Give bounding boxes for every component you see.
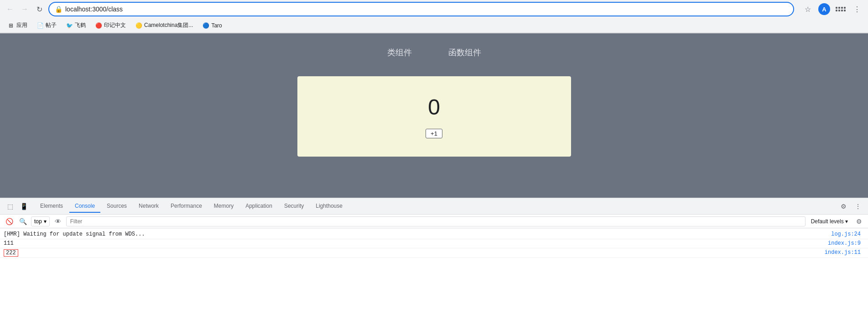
devtools-tabs: ⬚ 📱 Elements Console Sources Network Per… (0, 198, 868, 215)
function-component-link[interactable]: 函数组件 (448, 47, 481, 58)
console-111-text: 111 (4, 240, 828, 247)
console-line-111: 111 index.js:9 (0, 239, 868, 248)
console-file-link-0[interactable]: log.js:24 (831, 231, 864, 237)
tab-sources[interactable]: Sources (101, 200, 132, 213)
tab-console[interactable]: Console (69, 200, 100, 213)
bookmark-taro-label: Taro (211, 22, 222, 29)
devtools-right-icons: ⚙ ⋮ (837, 200, 864, 213)
console-file-link-1[interactable]: index.js:9 (828, 240, 864, 247)
console-settings-button[interactable]: ⚙ (853, 216, 864, 227)
toolbar-icons: ☆ A ⋮ (800, 2, 864, 16)
bookmark-camelot-label: Camelotchina集团... (144, 21, 193, 29)
console-toolbar: 🚫 🔍 top ▾ 👁 Default levels ▾ ⚙ (0, 215, 868, 228)
bookmark-yinji-label: 印记中文 (104, 21, 126, 29)
grid-icon (836, 7, 846, 11)
top-context-dropdown[interactable]: top ▾ (31, 216, 50, 226)
address-bar-container: 🔒 (48, 2, 794, 16)
console-hmr-text: [HMR] Waiting for update signal from WDS… (4, 231, 831, 237)
console-filter-input[interactable] (66, 216, 806, 226)
tab-elements[interactable]: Elements (35, 200, 68, 213)
bookmark-yinji[interactable]: 🔴 印记中文 (91, 20, 130, 31)
console-line-222: 222 index.js:11 (0, 248, 868, 258)
devtools-settings-button[interactable]: ⚙ (837, 200, 850, 213)
clear-console-button[interactable]: 🚫 (4, 216, 15, 227)
bookmark-feihe-label: 飞鹤 (75, 21, 86, 29)
default-levels-label: Default levels ▾ (811, 218, 848, 225)
extensions-button[interactable] (833, 2, 848, 16)
forward-button[interactable]: → (18, 3, 31, 16)
default-levels-dropdown[interactable]: Default levels ▾ (808, 217, 851, 226)
page-nav: 类组件 函数组件 (387, 47, 481, 58)
yinji-icon: 🔴 (95, 22, 102, 29)
tab-security[interactable]: Security (279, 200, 309, 213)
device-toolbar-button[interactable]: 📱 (17, 200, 30, 213)
bookmark-taro[interactable]: 🔵 Taro (198, 20, 225, 31)
tab-network[interactable]: Network (133, 200, 164, 213)
top-context-label: top (34, 218, 42, 225)
counter-value: 0 (428, 95, 440, 120)
inspect-element-button[interactable]: ⬚ (4, 200, 16, 213)
console-222-highlight: 222 (4, 249, 18, 257)
page-content: 类组件 函数组件 0 +1 (0, 33, 868, 198)
increment-button[interactable]: +1 (426, 129, 442, 138)
feihe-icon: 🐦 (66, 22, 73, 29)
camelot-icon: 🟡 (135, 22, 142, 29)
tab-lighthouse[interactable]: Lighthouse (310, 200, 348, 213)
menu-button[interactable]: ⋮ (850, 2, 864, 16)
reload-button[interactable]: ↻ (33, 3, 46, 16)
browser-chrome: ← → ↻ 🔒 ☆ A ⋮ ⊞ 应用 📄 (0, 0, 868, 33)
browser-toolbar: ← → ↻ 🔒 ☆ A ⋮ (0, 0, 868, 18)
nav-buttons: ← → ↻ (4, 3, 46, 16)
devtools-panel: ⬚ 📱 Elements Console Sources Network Per… (0, 198, 868, 304)
bookmark-posts-label: 帖子 (46, 21, 57, 29)
console-filter-toggle[interactable]: 🔍 (17, 216, 28, 227)
profile-button[interactable]: A (817, 2, 832, 16)
devtools-panel-icons: ⬚ 📱 (4, 200, 30, 213)
console-eye-button[interactable]: 👁 (52, 216, 63, 227)
tab-memory[interactable]: Memory (208, 200, 239, 213)
console-line-hmr: [HMR] Waiting for update signal from WDS… (0, 230, 868, 239)
bookmark-star-button[interactable]: ☆ (800, 2, 815, 16)
address-bar[interactable] (65, 5, 788, 13)
apps-icon: ⊞ (7, 22, 15, 29)
class-component-link[interactable]: 类组件 (387, 47, 412, 58)
back-button[interactable]: ← (4, 3, 16, 16)
taro-icon: 🔵 (202, 22, 209, 29)
top-dropdown-arrow: ▾ (44, 218, 47, 225)
lock-icon: 🔒 (55, 5, 62, 13)
console-output: [HMR] Waiting for update signal from WDS… (0, 228, 868, 304)
bookmark-bar: ⊞ 应用 📄 帖子 🐦 飞鹤 🔴 印记中文 🟡 Camelotchina集团..… (0, 18, 868, 33)
console-222-text: 222 (4, 249, 825, 257)
bookmark-apps[interactable]: ⊞ 应用 (4, 20, 31, 31)
bookmark-camelot[interactable]: 🟡 Camelotchina集团... (131, 20, 197, 31)
tab-application[interactable]: Application (240, 200, 278, 213)
avatar: A (818, 3, 830, 15)
tab-performance[interactable]: Performance (165, 200, 208, 213)
counter-box: 0 +1 (297, 76, 571, 157)
console-file-link-2[interactable]: index.js:11 (825, 249, 864, 256)
bookmark-apps-label: 应用 (16, 21, 27, 29)
devtools-more-button[interactable]: ⋮ (852, 200, 864, 213)
posts-icon: 📄 (36, 22, 44, 29)
bookmark-feihe[interactable]: 🐦 飞鹤 (62, 20, 89, 31)
bookmark-posts[interactable]: 📄 帖子 (33, 20, 60, 31)
